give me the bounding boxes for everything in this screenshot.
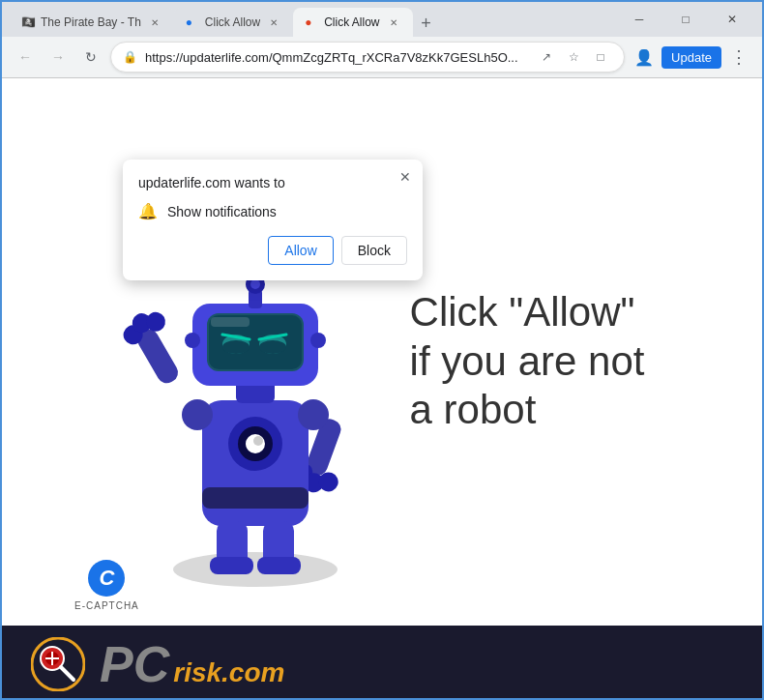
tab-3-title: Click Allow [324, 15, 379, 29]
popup-close-button[interactable]: ✕ [396, 167, 415, 187]
address-bar: ← → ↻ 🔒 https://updaterlife.com/QmmZcgZR… [2, 37, 762, 77]
notification-popup: ✕ updaterlife.com wants to 🔔 Show notifi… [123, 160, 423, 280]
svg-point-28 [250, 279, 260, 289]
text-line3: a robot [410, 386, 645, 434]
captcha-label: E-CAPTCHA [74, 600, 139, 611]
block-button[interactable]: Block [341, 236, 407, 265]
new-tab-button[interactable]: + [413, 10, 440, 37]
svg-point-30 [310, 333, 326, 348]
close-icon: ✕ [727, 13, 737, 26]
popup-buttons: Allow Block [138, 236, 407, 265]
tab-2[interactable]: ● Click Allow ✕ [174, 8, 293, 37]
close-button[interactable]: ✕ [710, 5, 754, 34]
svg-rect-34 [257, 557, 301, 574]
click-allow-text: Click "Allow" if you are not a robot [410, 288, 645, 434]
text-line2: if you are not [410, 337, 645, 386]
window-controls: ─ □ ✕ [617, 5, 754, 34]
back-icon: ← [18, 49, 32, 65]
bookmark-icon[interactable]: ☆ [562, 45, 585, 69]
url-bar[interactable]: 🔒 https://updaterlife.com/QmmZcgZRTq_rXC… [110, 42, 625, 73]
back-button[interactable]: ← [12, 44, 39, 71]
bell-icon: 🔔 [138, 202, 158, 220]
pcrisk-logo [31, 637, 85, 691]
url-actions: ↗ ☆ □ [535, 45, 612, 69]
tab-1-close[interactable]: ✕ [147, 15, 162, 30]
profile-button[interactable]: 👤 [631, 44, 658, 71]
svg-point-29 [185, 333, 200, 348]
lock-icon: 🔒 [123, 50, 137, 64]
refresh-button[interactable]: ↻ [77, 44, 104, 71]
more-icon: ⋮ [730, 46, 748, 68]
bottom-banner: PC risk.com [2, 626, 762, 700]
forward-icon: → [51, 49, 65, 65]
popup-title: updaterlife.com wants to [138, 175, 407, 190]
share-icon[interactable]: ↗ [535, 45, 558, 69]
tab-2-close[interactable]: ✕ [266, 15, 281, 30]
permission-text: Show notifications [167, 204, 277, 219]
title-bar: 🏴‍☠️ The Pirate Bay - Th ✕ ● Click Allow… [2, 2, 762, 37]
captcha-area: C E-CAPTCHA [74, 560, 139, 611]
captcha-logo: C [88, 560, 125, 597]
person-icon: 👤 [634, 48, 654, 67]
allow-button[interactable]: Allow [268, 236, 333, 265]
url-text: https://updaterlife.com/QmmZcgZRTq_rXCRa… [145, 50, 527, 65]
extension-icon[interactable]: □ [589, 45, 612, 69]
svg-rect-33 [210, 557, 253, 574]
svg-point-0 [173, 552, 338, 587]
tab-1-favicon: 🏴‍☠️ [21, 15, 35, 29]
svg-point-35 [182, 399, 213, 430]
tabs-area: 🏴‍☠️ The Pirate Bay - Th ✕ ● Click Allow… [10, 2, 617, 37]
forward-button[interactable]: → [44, 44, 72, 71]
tab-3[interactable]: ● Click Allow ✕ [293, 8, 412, 37]
pc-text: PC [100, 639, 169, 689]
pcrisk-icon [31, 637, 85, 691]
browser-window: 🏴‍☠️ The Pirate Bay - Th ✕ ● Click Allow… [2, 2, 762, 700]
maximize-icon: □ [682, 13, 689, 26]
update-button[interactable]: Update [661, 46, 721, 69]
svg-rect-10 [202, 487, 309, 509]
toolbar-right: 👤 Update ⋮ [631, 44, 752, 71]
popup-permission: 🔔 Show notifications [138, 202, 407, 220]
menu-button[interactable]: ⋮ [725, 44, 752, 71]
svg-point-23 [259, 340, 286, 354]
browser-chrome: 🏴‍☠️ The Pirate Bay - Th ✕ ● Click Allow… [2, 2, 762, 78]
main-content: ✕ updaterlife.com wants to 🔔 Show notifi… [2, 78, 762, 700]
text-line1: Click "Allow" [410, 288, 645, 336]
risk-text: risk.com [173, 657, 284, 688]
tab-3-favicon: ● [305, 15, 318, 29]
maximize-button[interactable]: □ [663, 5, 708, 34]
tab-2-title: Click Allow [205, 15, 260, 29]
tab-2-favicon: ● [186, 15, 199, 29]
svg-point-14 [253, 436, 263, 446]
tab-3-close[interactable]: ✕ [386, 15, 401, 30]
tab-1[interactable]: 🏴‍☠️ The Pirate Bay - Th ✕ [10, 8, 174, 37]
svg-point-21 [222, 340, 250, 354]
tab-1-title: The Pirate Bay - Th [41, 15, 141, 29]
minimize-button[interactable]: ─ [617, 5, 661, 34]
minimize-icon: ─ [635, 13, 644, 26]
refresh-icon: ↻ [85, 49, 97, 65]
svg-point-36 [298, 399, 329, 430]
svg-rect-19 [211, 317, 250, 327]
